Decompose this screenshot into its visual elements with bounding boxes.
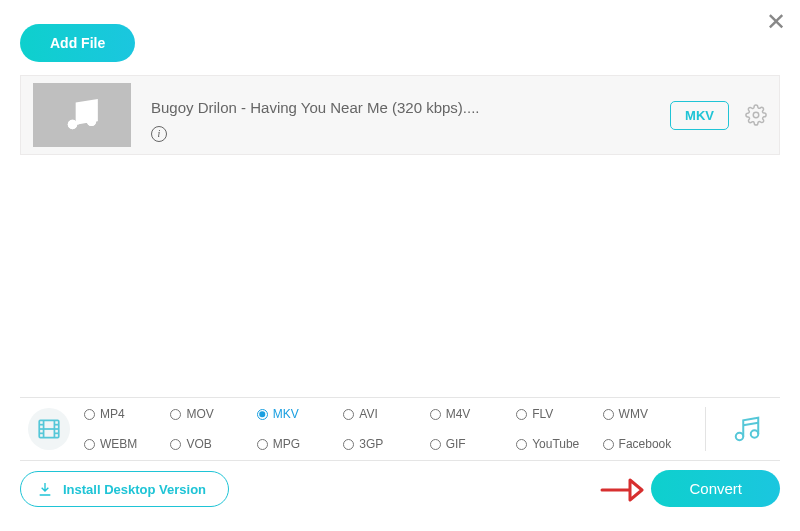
svg-point-1	[87, 117, 97, 127]
annotation-arrow	[600, 475, 644, 509]
radio-icon	[84, 439, 95, 450]
close-icon[interactable]: ✕	[766, 8, 786, 36]
format-label: MP4	[100, 407, 125, 421]
format-label: MPG	[273, 437, 300, 451]
music-icon[interactable]	[722, 414, 772, 444]
music-note-icon	[63, 96, 101, 134]
download-icon	[37, 481, 53, 497]
svg-line-13	[743, 423, 758, 426]
format-option-mov[interactable]: MOV	[170, 407, 256, 421]
radio-icon	[170, 439, 181, 450]
separator	[705, 407, 706, 451]
convert-button[interactable]: Convert	[651, 470, 780, 507]
radio-icon	[516, 439, 527, 450]
format-label: 3GP	[359, 437, 383, 451]
format-label: Facebook	[619, 437, 672, 451]
radio-icon	[257, 409, 268, 420]
file-thumbnail	[33, 83, 131, 147]
format-option-mp4[interactable]: MP4	[84, 407, 170, 421]
format-label: AVI	[359, 407, 377, 421]
format-option-avi[interactable]: AVI	[343, 407, 429, 421]
file-title: Bugoy Drilon - Having You Near Me (320 k…	[151, 89, 670, 116]
radio-icon	[430, 409, 441, 420]
radio-icon	[516, 409, 527, 420]
install-desktop-button[interactable]: Install Desktop Version	[20, 471, 229, 507]
gear-icon[interactable]	[745, 104, 767, 126]
format-label: WMV	[619, 407, 648, 421]
radio-icon	[603, 409, 614, 420]
format-label: FLV	[532, 407, 553, 421]
radio-icon	[430, 439, 441, 450]
format-option-gif[interactable]: GIF	[430, 437, 516, 451]
file-info: Bugoy Drilon - Having You Near Me (320 k…	[131, 89, 670, 142]
format-option-youtube[interactable]: YouTube	[516, 437, 602, 451]
format-option-flv[interactable]: FLV	[516, 407, 602, 421]
format-grid: MP4MOVMKVAVIM4VFLVWMVWEBMVOBMPG3GPGIFYou…	[84, 404, 689, 454]
format-option-vob[interactable]: VOB	[170, 437, 256, 451]
format-label: MOV	[186, 407, 213, 421]
format-label: GIF	[446, 437, 466, 451]
format-label: MKV	[273, 407, 299, 421]
format-option-3gp[interactable]: 3GP	[343, 437, 429, 451]
svg-point-12	[751, 430, 759, 438]
film-icon[interactable]	[28, 408, 70, 450]
svg-point-2	[753, 112, 759, 118]
format-option-m4v[interactable]: M4V	[430, 407, 516, 421]
formats-bar: MP4MOVMKVAVIM4VFLVWMVWEBMVOBMPG3GPGIFYou…	[20, 397, 780, 461]
radio-icon	[84, 409, 95, 420]
format-option-mpg[interactable]: MPG	[257, 437, 343, 451]
radio-icon	[343, 439, 354, 450]
format-option-facebook[interactable]: Facebook	[603, 437, 689, 451]
svg-point-0	[68, 120, 78, 130]
format-option-webm[interactable]: WEBM	[84, 437, 170, 451]
format-label: M4V	[446, 407, 471, 421]
info-icon[interactable]: i	[151, 126, 167, 142]
format-badge[interactable]: MKV	[670, 101, 729, 130]
file-row: Bugoy Drilon - Having You Near Me (320 k…	[20, 75, 780, 155]
radio-icon	[170, 409, 181, 420]
format-label: YouTube	[532, 437, 579, 451]
svg-point-11	[736, 433, 744, 441]
radio-icon	[343, 409, 354, 420]
add-file-button[interactable]: Add File	[20, 24, 135, 62]
radio-icon	[257, 439, 268, 450]
install-label: Install Desktop Version	[63, 482, 206, 497]
format-label: VOB	[186, 437, 211, 451]
format-label: WEBM	[100, 437, 137, 451]
radio-icon	[603, 439, 614, 450]
format-option-mkv[interactable]: MKV	[257, 407, 343, 421]
format-option-wmv[interactable]: WMV	[603, 407, 689, 421]
